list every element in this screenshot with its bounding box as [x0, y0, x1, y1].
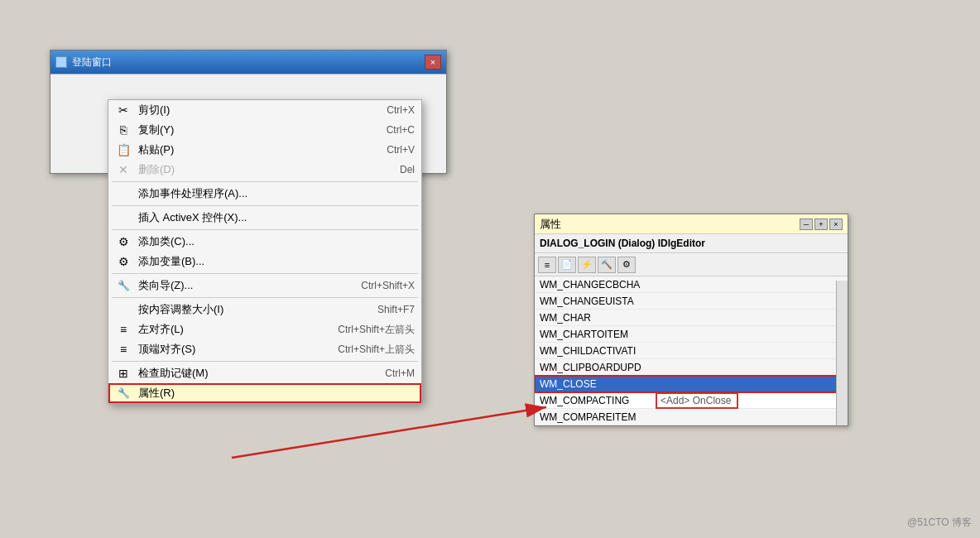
props-item-char[interactable]: WM_CHAR — [535, 310, 848, 326]
menu-item-add-var[interactable]: ⚙ 添加变量(B)... — [108, 252, 421, 271]
resize-label: 按内容调整大小(I) — [138, 302, 361, 317]
props-item-compareitem-label: WM_COMPAREITEM — [540, 411, 636, 423]
props-item-clipboardupd[interactable]: WM_CLIPBOARDUPD — [535, 359, 848, 376]
copy-shortcut: Ctrl+C — [387, 124, 415, 136]
add-class-icon: ⚙ — [115, 233, 132, 250]
align-top-shortcut: Ctrl+Shift+上箭头 — [338, 343, 415, 357]
props-item-clipboardupd-label: WM_CLIPBOARDUPD — [540, 362, 641, 373]
props-item-compacting[interactable]: WM_COMPACTING <Add> OnClose — [535, 392, 848, 409]
separator-1 — [112, 181, 418, 182]
props-item-childactivati-label: WM_CHILDACTIVATI — [540, 345, 636, 357]
add-var-label: 添加变量(B)... — [138, 254, 415, 269]
add-var-icon: ⚙ — [115, 253, 132, 270]
menu-item-copy[interactable]: ⎘ 复制(Y) Ctrl+C — [108, 120, 421, 140]
separator-2 — [112, 205, 418, 206]
props-toolbar: ≡ 📄 ⚡ 🔨 ⚙ — [535, 253, 848, 276]
props-title-buttons: ─ + × — [800, 219, 843, 230]
menu-item-properties[interactable]: 🔧 属性(R) — [108, 383, 421, 403]
svg-line-1 — [232, 407, 546, 458]
menu-item-align-left[interactable]: ≡ 左对齐(L) Ctrl+Shift+左箭头 — [108, 319, 421, 339]
props-item-changeuista-label: WM_CHANGEUISTA — [540, 295, 634, 307]
props-toolbar-doc-btn[interactable]: 📄 — [558, 257, 576, 273]
properties-label: 属性(R) — [138, 386, 415, 401]
check-mnemonic-label: 检查助记键(M) — [138, 366, 368, 381]
menu-item-add-handler[interactable]: 添加事件处理程序(A)... — [108, 184, 421, 204]
paste-icon: 📋 — [115, 142, 132, 158]
menu-item-paste[interactable]: 📋 粘贴(P) Ctrl+V — [108, 140, 421, 160]
separator-4 — [112, 273, 418, 274]
props-item-chartoitem-label: WM_CHARTOITEM — [540, 329, 628, 340]
add-handler-label: 添加事件处理程序(A)... — [138, 186, 415, 201]
class-wizard-label: 类向导(Z)... — [138, 278, 344, 293]
class-wizard-shortcut: Ctrl+Shift+X — [361, 280, 415, 291]
props-scrollbar[interactable] — [836, 281, 848, 425]
props-toolbar-list-btn[interactable]: ≡ — [538, 257, 556, 273]
class-wizard-icon: 🔧 — [115, 277, 132, 294]
insert-activex-label: 插入 ActiveX 控件(X)... — [138, 210, 415, 225]
props-item-compareitem[interactable]: WM_COMPAREITEM — [535, 409, 848, 425]
delete-icon: ✕ — [115, 161, 132, 178]
props-subtitle: DIALOG_LOGIN (Dialog) IDlgEditor — [535, 234, 848, 253]
props-item-char-label: WM_CHAR — [540, 312, 591, 324]
props-list: WM_CHANGECBCHA WM_CHANGEUISTA WM_CHAR WM… — [535, 276, 848, 425]
props-toolbar-build-btn[interactable]: 🔨 — [598, 257, 616, 273]
props-item-childactivati[interactable]: WM_CHILDACTIVATI — [535, 343, 848, 359]
align-top-icon: ≡ — [115, 341, 132, 358]
delete-label: 删除(D) — [138, 162, 383, 177]
resize-shortcut: Shift+F7 — [377, 304, 415, 315]
paste-label: 粘贴(P) — [138, 142, 370, 157]
menu-item-align-top[interactable]: ≡ 顶端对齐(S) Ctrl+Shift+上箭头 — [108, 339, 421, 359]
align-left-shortcut: Ctrl+Shift+左箭头 — [338, 323, 415, 337]
props-item-changecbcha[interactable]: WM_CHANGECBCHA — [535, 276, 848, 293]
props-pin-button[interactable]: ─ — [800, 219, 813, 230]
align-top-label: 顶端对齐(S) — [138, 342, 321, 357]
separator-5 — [112, 297, 418, 298]
separator-3 — [112, 229, 418, 230]
paste-shortcut: Ctrl+V — [387, 144, 415, 156]
menu-item-delete[interactable]: ✕ 删除(D) Del — [108, 160, 421, 180]
props-item-close[interactable]: WM_CLOSE — [535, 376, 848, 392]
separator-6 — [112, 361, 418, 362]
props-close-button[interactable]: × — [829, 219, 843, 230]
props-item-close-label: WM_CLOSE — [540, 378, 597, 390]
menu-item-resize[interactable]: 按内容调整大小(I) Shift+F7 — [108, 300, 421, 319]
cut-icon: ✂ — [115, 102, 132, 118]
check-mnemonic-icon: ⊞ — [115, 365, 132, 382]
copy-icon: ⎘ — [115, 122, 132, 138]
check-mnemonic-shortcut: Ctrl+M — [385, 367, 415, 379]
align-left-label: 左对齐(L) — [138, 322, 321, 337]
delete-shortcut: Del — [400, 164, 415, 175]
dialog-title-left: 登陆窗口 — [55, 55, 112, 70]
props-item-chartoitem[interactable]: WM_CHARTOITEM — [535, 326, 848, 343]
menu-item-cut[interactable]: ✂ 剪切(I) Ctrl+X — [108, 100, 421, 120]
props-item-compacting-input[interactable]: <Add> OnClose — [656, 392, 738, 409]
props-titlebar: 属性 ─ + × — [535, 214, 848, 234]
props-title: 属性 — [540, 217, 561, 232]
props-item-changecbcha-label: WM_CHANGECBCHA — [540, 279, 640, 291]
dialog-titlebar: 登陆窗口 × — [50, 50, 446, 74]
dialog-title: 登陆窗口 — [72, 55, 112, 70]
properties-panel: 属性 ─ + × DIALOG_LOGIN (Dialog) IDlgEdito… — [534, 214, 848, 426]
dialog-close-button[interactable]: × — [425, 55, 441, 70]
context-menu: ✂ 剪切(I) Ctrl+X ⎘ 复制(Y) Ctrl+C 📋 粘贴(P) Ct… — [108, 99, 422, 404]
add-class-label: 添加类(C)... — [138, 234, 415, 249]
cut-shortcut: Ctrl+X — [387, 104, 415, 116]
menu-item-insert-activex[interactable]: 插入 ActiveX 控件(X)... — [108, 208, 421, 228]
props-item-changeuista[interactable]: WM_CHANGEUISTA — [535, 293, 848, 310]
copy-label: 复制(Y) — [138, 122, 370, 137]
properties-icon: 🔧 — [115, 385, 132, 401]
props-toolbar-event-btn[interactable]: ⚡ — [578, 257, 596, 273]
props-float-button[interactable]: + — [814, 219, 828, 230]
align-left-icon: ≡ — [115, 321, 132, 338]
menu-item-add-class[interactable]: ⚙ 添加类(C)... — [108, 232, 421, 252]
cut-label: 剪切(I) — [138, 103, 370, 118]
props-toolbar-settings-btn[interactable]: ⚙ — [617, 257, 636, 273]
props-item-compacting-label: WM_COMPACTING — [540, 395, 656, 406]
watermark: @51CTO 博客 — [907, 516, 972, 530]
dialog-window-icon — [55, 56, 67, 68]
menu-item-check-mnemonic[interactable]: ⊞ 检查助记键(M) Ctrl+M — [108, 363, 421, 383]
menu-item-class-wizard[interactable]: 🔧 类向导(Z)... Ctrl+Shift+X — [108, 276, 421, 295]
